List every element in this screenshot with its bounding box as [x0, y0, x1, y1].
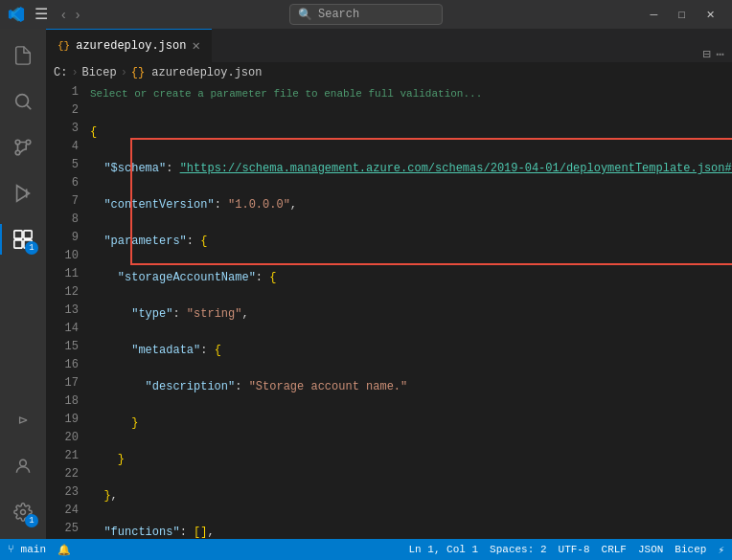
code-line-4: "parameters": { [90, 233, 732, 251]
info-text: Select or create a parameter file to ena… [90, 88, 482, 100]
code-line-2: "$schema": "https://schema.management.az… [90, 160, 732, 178]
tab-label: azuredeploy.json [76, 39, 186, 53]
code-line-12: "functions": [], [90, 524, 732, 539]
svg-line-1 [27, 105, 31, 109]
tab-close-button[interactable]: ✕ [192, 39, 199, 53]
editor-area: {} azuredeploy.json ✕ ⊟ ⋯ C: › Bicep › {… [46, 29, 732, 539]
breadcrumb-file[interactable]: azuredeploy.json [151, 66, 262, 79]
main-layout: 1 ⊳ 1 {} azuredeploy.json ✕ ⊟ [0, 29, 732, 539]
svg-point-2 [15, 140, 20, 145]
svg-rect-8 [24, 231, 32, 238]
run-icon [12, 183, 34, 204]
status-language[interactable]: JSON [638, 544, 663, 556]
minimize-button[interactable]: ─ [641, 5, 668, 24]
source-control-icon [12, 137, 34, 158]
explorer-icon [12, 45, 34, 66]
activity-bar: 1 ⊳ 1 [0, 29, 46, 539]
search-input[interactable]: 🔍 Search [289, 4, 443, 25]
status-notifications[interactable]: 🔔 [57, 544, 71, 556]
search-placeholder: Search [318, 8, 359, 21]
breadcrumb: C: › Bicep › {} azuredeploy.json [46, 62, 732, 83]
breadcrumb-folder[interactable]: Bicep [82, 66, 117, 79]
maximize-button[interactable]: □ [669, 5, 695, 24]
vscode-logo-icon [8, 6, 25, 23]
sidebar-item-accounts[interactable] [0, 443, 46, 489]
search-icon [12, 91, 34, 112]
tab-file-icon: {} [57, 40, 70, 52]
titlebar: ☰ ‹ › 🔍 Search ─ □ ✕ [0, 0, 732, 29]
sidebar-item-source-control[interactable] [0, 124, 46, 170]
hamburger-menu-icon[interactable]: ☰ [31, 5, 52, 24]
status-bicep[interactable]: Bicep [675, 544, 706, 556]
svg-point-3 [26, 140, 31, 145]
status-encoding[interactable]: UTF-8 [559, 544, 590, 556]
tab-bar: {} azuredeploy.json ✕ ⊟ ⋯ [46, 29, 732, 62]
breadcrumb-drive[interactable]: C: [54, 66, 67, 79]
code-editor[interactable]: 12345 678910 1112131415 1617181920 21222… [46, 83, 732, 539]
accounts-icon [13, 457, 33, 476]
more-actions-button[interactable]: ⋯ [717, 46, 724, 62]
code-line-7: "metadata": { [90, 342, 732, 360]
status-spaces[interactable]: Spaces: 2 [490, 544, 546, 556]
tab-actions: ⊟ ⋯ [702, 46, 732, 62]
status-cursor[interactable]: Ln 1, Col 1 [408, 544, 478, 556]
code-line-5: "storageAccountName": { [90, 269, 732, 287]
search-bar: 🔍 Search [211, 4, 521, 25]
nav-forward-button[interactable]: › [72, 5, 84, 24]
sidebar-item-remote[interactable]: ⊳ [0, 397, 46, 443]
code-line-1: { [90, 123, 732, 142]
split-editor-button[interactable]: ⊟ [702, 46, 710, 62]
status-bar: ⑂ main 🔔 Ln 1, Col 1 Spaces: 2 UTF-8 CRL… [0, 539, 732, 560]
close-button[interactable]: ✕ [697, 5, 724, 25]
status-right: Ln 1, Col 1 Spaces: 2 UTF-8 CRLF JSON Bi… [408, 544, 724, 556]
svg-point-11 [20, 459, 27, 466]
code-line-3: "contentVersion": "1.0.0.0", [90, 196, 732, 214]
sidebar-item-search[interactable] [0, 78, 46, 124]
nav-arrows: ‹ › [57, 5, 83, 24]
code-content[interactable]: { "$schema": "https://schema.management.… [86, 105, 732, 539]
titlebar-right: ─ □ ✕ [521, 5, 732, 25]
tab-azuredeploy[interactable]: {} azuredeploy.json ✕ [46, 29, 212, 62]
sidebar-item-explorer[interactable] [0, 33, 46, 78]
nav-back-button[interactable]: ‹ [57, 5, 70, 24]
sidebar-item-extensions[interactable]: 1 [0, 216, 46, 262]
code-line-8: "description": "Storage account name." [90, 378, 732, 396]
svg-rect-9 [14, 240, 22, 248]
sidebar-item-settings[interactable]: 1 [0, 489, 46, 535]
status-lightning[interactable]: ⚡ [718, 544, 724, 556]
search-icon: 🔍 [298, 8, 312, 22]
svg-point-0 [16, 95, 29, 107]
titlebar-left: ☰ ‹ › [0, 5, 211, 24]
svg-point-4 [15, 150, 20, 155]
line-numbers: 12345 678910 1112131415 1617181920 21222… [46, 83, 86, 539]
extensions-badge: 1 [25, 241, 38, 255]
svg-point-12 [21, 510, 26, 515]
sidebar-item-run[interactable] [0, 170, 46, 216]
settings-badge: 1 [25, 514, 38, 527]
code-line-11: }, [90, 487, 732, 505]
code-line-6: "type": "string", [90, 305, 732, 324]
status-eol[interactable]: CRLF [602, 544, 627, 556]
svg-rect-7 [14, 231, 22, 238]
breadcrumb-file-icon: {} [131, 66, 145, 79]
code-column: Select or create a parameter file to ena… [86, 83, 732, 539]
status-branch[interactable]: ⑂ main [8, 544, 46, 555]
code-line-9: } [90, 414, 732, 433]
code-line-10: } [90, 451, 732, 469]
info-bar: Select or create a parameter file to ena… [86, 83, 732, 105]
